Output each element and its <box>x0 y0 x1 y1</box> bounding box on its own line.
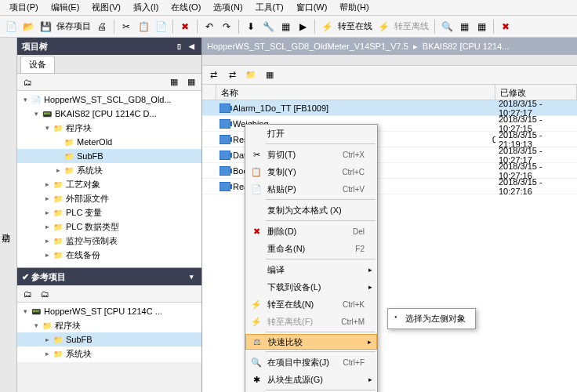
menu-item[interactable]: 窗口(W) <box>290 0 334 15</box>
side-tab-start[interactable]: 启动 <box>0 38 17 392</box>
rtb-4[interactable]: ▦ <box>262 68 278 82</box>
col-modified[interactable]: 已修改 <box>495 85 577 100</box>
tree-row[interactable]: ▸📁系统块 <box>17 347 201 361</box>
print-icon[interactable]: 🖨 <box>94 19 110 34</box>
tree-row[interactable]: ▸📁PLC 数据类型 <box>17 220 201 234</box>
mi-rename[interactable]: 重命名(N)F2 <box>245 240 377 257</box>
context-menu[interactable]: 打开 ✂剪切(T)Ctrl+X 📋复制(Y)Ctrl+C 📄粘贴(P)Ctrl+… <box>245 124 378 392</box>
tree-row[interactable]: ▾📁程序块 <box>17 318 201 332</box>
tree-row[interactable]: 📁MeterOld <box>17 135 201 149</box>
rtb-2[interactable]: ⇄ <box>224 68 240 82</box>
mi-cut[interactable]: ✂剪切(T)Ctrl+X <box>245 146 377 163</box>
tree-btn-2[interactable]: ▦ <box>167 75 181 89</box>
tree-row[interactable]: ▾📟BKAIS82 [CPU 1214C D... <box>17 107 201 121</box>
tree-row[interactable]: ▸📁PLC 变量 <box>17 205 201 220</box>
compile-icon[interactable]: 🔧 <box>260 19 276 34</box>
menu-item[interactable]: 在线(O) <box>165 0 207 15</box>
ref-collapse-icon[interactable]: ▾ <box>186 271 197 282</box>
undo-icon[interactable]: ↶ <box>201 19 217 34</box>
tree-row[interactable]: ▸📁外部源文件 <box>17 191 201 205</box>
rtb-3[interactable]: 📁 <box>243 68 259 82</box>
mi-copy[interactable]: 📋复制(Y)Ctrl+C <box>245 163 377 180</box>
project-tree[interactable]: ▾📄HopperWS_ST_SCL_GD8_Old...▾📟BKAIS82 [C… <box>17 91 201 267</box>
save-icon[interactable]: 💾 <box>38 19 53 34</box>
paste-icon[interactable]: 📄 <box>153 19 169 34</box>
mi-go-online[interactable]: ⚡转至在线(N)Ctrl+K <box>245 296 377 313</box>
tree-btn-3[interactable]: ▦ <box>184 75 198 89</box>
col-name[interactable]: 名称 <box>216 85 495 100</box>
block-icon <box>220 182 230 191</box>
tb-icon-1[interactable]: 🔍 <box>439 19 455 34</box>
reference-project-title: ✔ 参考项目 ▾ <box>17 268 201 285</box>
list-toolbar: ⇄ ⇄ 📁 ▦ <box>202 66 577 85</box>
ref-toolbar: 🗂 🗂 <box>17 285 201 303</box>
cut-icon[interactable]: ✂ <box>118 19 134 34</box>
go-offline-label[interactable]: 转至离线 <box>393 20 430 32</box>
block-icon <box>220 103 230 113</box>
breadcrumb: HopperWS_ST_SCL_GD8_OldMeter_V14SP1_V7.5… <box>202 38 577 55</box>
download-icon[interactable]: ⬇ <box>243 19 259 34</box>
menubar: 项目(P)编辑(E)视图(V)插入(I)在线(O)选项(N)工具(T)窗口(W)… <box>0 0 577 16</box>
tree-btn-1[interactable]: 🗂 <box>20 75 34 89</box>
mi-open[interactable]: 打开 <box>245 125 377 142</box>
start-icon[interactable]: ▶ <box>295 19 310 34</box>
go-online-label[interactable]: 转至在线 <box>336 20 374 32</box>
panel-pin-icon[interactable]: ▯ <box>173 41 184 52</box>
panel-collapse-icon[interactable]: ◀ <box>186 41 197 52</box>
quick-compare-submenu[interactable]: 选择为左侧对象 <box>387 308 476 329</box>
mi-paste[interactable]: 📄粘贴(P)Ctrl+V <box>245 180 377 198</box>
tree-toolbar: 🗂 ▦ ▦ <box>17 74 201 91</box>
smi-select-left[interactable]: 选择为左侧对象 <box>390 310 474 327</box>
tree-row[interactable]: ▾📟HopperWS_ST [CPU 1214C ... <box>17 304 201 318</box>
tb-icon-3[interactable]: ▦ <box>474 19 489 34</box>
devices-tabrow: 设备 <box>17 55 201 74</box>
ref-btn-2[interactable]: 🗂 <box>38 287 52 301</box>
mi-gen-from-block[interactable]: ✱从块生成源(G)▸ <box>245 371 377 388</box>
tree-row[interactable]: ▸📁系统块 <box>17 163 201 177</box>
tree-row[interactable]: ▸📁在线备份 <box>17 248 201 262</box>
block-icon <box>220 151 230 160</box>
menu-item[interactable]: 帮助(H) <box>333 0 375 15</box>
menu-item[interactable]: 插入(I) <box>127 0 165 15</box>
block-icon <box>220 135 230 144</box>
block-icon <box>220 166 230 176</box>
tree-row[interactable]: ▸📁SubFB <box>17 332 201 347</box>
mi-compile[interactable]: 编译▸ <box>245 261 377 278</box>
rtb-1[interactable]: ⇄ <box>205 68 221 82</box>
go-online-icon[interactable]: ⚡ <box>319 19 335 34</box>
block-icon <box>220 119 230 129</box>
menu-item[interactable]: 工具(T) <box>249 0 290 15</box>
mi-quick-compare[interactable]: ⚖快速比较▸ <box>245 334 377 350</box>
open-project-icon[interactable]: 📂 <box>20 19 36 34</box>
tree-row[interactable]: ▸📁工艺对象 <box>17 177 201 191</box>
tree-row[interactable]: ▾📄HopperWS_ST_SCL_GD8_Old... <box>17 93 201 107</box>
menu-item[interactable]: 视图(V) <box>85 0 127 15</box>
copy-icon[interactable]: 📋 <box>136 19 151 34</box>
project-tree-title: 项目树 ▯ ◀ <box>17 38 201 55</box>
tab-devices[interactable]: 设备 <box>20 56 55 73</box>
menu-item[interactable]: 选项(N) <box>207 0 249 15</box>
close-icon[interactable]: ✖ <box>498 19 513 34</box>
mi-delete[interactable]: ✖删除(D)Del <box>245 223 377 240</box>
reference-tree[interactable]: ▾📟HopperWS_ST [CPU 1214C ...▾📁程序块▸📁SubFB… <box>17 303 201 362</box>
delete-icon[interactable]: ✖ <box>177 19 193 34</box>
redo-icon[interactable]: ↷ <box>219 19 234 34</box>
tree-row[interactable]: ▾📁程序块 <box>17 121 201 135</box>
sim-icon[interactable]: ▦ <box>278 19 293 34</box>
tb-icon-2[interactable]: ▦ <box>456 19 472 34</box>
save-project-label[interactable]: 保存项目 <box>55 20 93 32</box>
mi-search[interactable]: 🔍在项目中搜索(J)Ctrl+F <box>245 354 377 371</box>
go-offline-icon[interactable]: ⚡ <box>376 19 391 34</box>
mi-download[interactable]: 下载到设备(L)▸ <box>245 278 377 296</box>
main-toolbar: 📄 📂 💾 保存项目 🖨 ✂ 📋 📄 ✖ ↶ ↷ ⬇ 🔧 ▦ ▶ ⚡ 转至在线 … <box>0 16 577 38</box>
mi-copy-text[interactable]: 复制为文本格式 (X) <box>245 201 377 219</box>
menu-item[interactable]: 项目(P) <box>3 0 45 15</box>
tree-row[interactable]: ▸📁监控与强制表 <box>17 234 201 248</box>
tree-row[interactable]: 📁SubFB <box>17 149 201 163</box>
ref-btn-1[interactable]: 🗂 <box>20 287 34 301</box>
mi-go-offline: ⚡转至离线(F)Ctrl+M <box>245 313 377 330</box>
menu-item[interactable]: 编辑(E) <box>45 0 86 15</box>
new-project-icon[interactable]: 📄 <box>3 19 19 34</box>
